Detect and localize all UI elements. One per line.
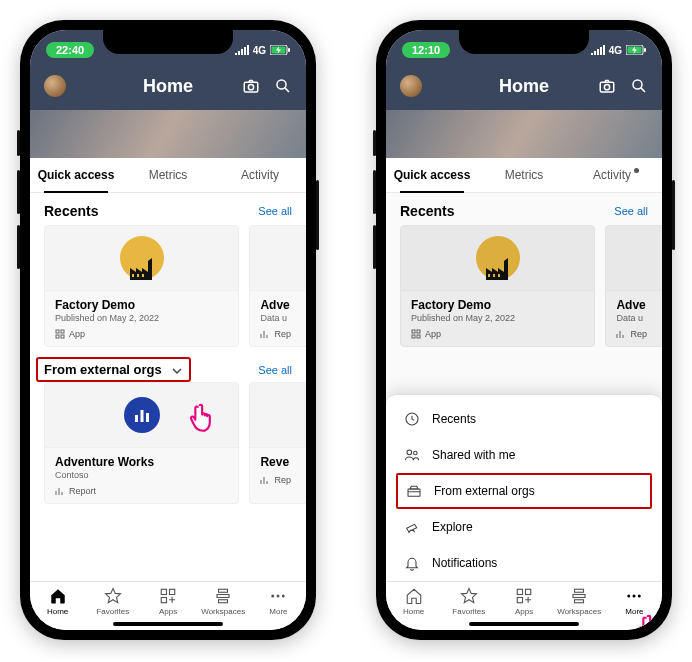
svg-rect-43 — [526, 589, 531, 594]
nav-apps[interactable]: Apps — [140, 587, 195, 616]
star-icon — [104, 587, 122, 605]
svg-rect-7 — [137, 274, 139, 277]
home-indicator — [469, 622, 579, 626]
svg-rect-2 — [288, 48, 290, 52]
bell-icon — [404, 555, 420, 571]
svg-rect-14 — [140, 410, 143, 422]
svg-rect-12 — [61, 335, 64, 338]
svg-point-50 — [638, 595, 641, 598]
nav-apps[interactable]: Apps — [496, 587, 551, 616]
sheet-label: Shared with me — [432, 448, 515, 462]
card-type: Rep — [274, 475, 291, 485]
nav-more[interactable]: More — [607, 587, 662, 616]
report-icon — [55, 486, 65, 496]
camera-icon[interactable] — [598, 77, 616, 95]
sheet-notifications[interactable]: Notifications — [386, 545, 662, 581]
side-button — [17, 130, 20, 156]
nav-workspaces[interactable]: Workspaces — [196, 587, 251, 616]
nav-favorites[interactable]: Favorites — [85, 587, 140, 616]
svg-rect-20 — [217, 595, 229, 598]
svg-rect-47 — [575, 600, 584, 603]
content: Recents See all Factory Demo Published o… — [386, 193, 662, 581]
svg-rect-19 — [219, 589, 228, 592]
svg-point-30 — [633, 80, 642, 89]
external-orgs-icon — [406, 483, 422, 499]
svg-rect-44 — [517, 598, 522, 603]
workspaces-icon — [570, 587, 588, 605]
svg-point-40 — [414, 451, 418, 455]
external-orgs-label: From external orgs — [44, 362, 162, 377]
tab-activity[interactable]: Activity — [570, 158, 662, 192]
sheet-shared[interactable]: Shared with me — [386, 437, 662, 473]
chart-icon — [124, 397, 160, 433]
nav-more[interactable]: More — [251, 587, 306, 616]
app-icon — [55, 329, 65, 339]
sheet-label: Notifications — [432, 556, 497, 570]
nav-workspaces[interactable]: Workspaces — [552, 587, 607, 616]
svg-point-5 — [277, 80, 286, 89]
nav-home[interactable]: Home — [30, 587, 85, 616]
card-title: Adventure Works — [55, 455, 228, 469]
notch — [459, 30, 589, 54]
recents-see-all[interactable]: See all — [258, 205, 292, 217]
from-external-orgs-toggle[interactable]: From external orgs — [36, 357, 191, 382]
sheet-explore[interactable]: Explore — [386, 509, 662, 545]
telescope-icon — [404, 519, 420, 535]
search-icon[interactable] — [274, 77, 292, 95]
svg-point-39 — [407, 450, 412, 455]
sheet-external-orgs[interactable]: From external orgs — [396, 473, 652, 509]
card-type: App — [69, 329, 85, 339]
camera-icon[interactable] — [242, 77, 260, 95]
page-title: Home — [143, 76, 193, 97]
tab-activity[interactable]: Activity — [214, 158, 306, 192]
activity-dot-icon — [634, 168, 639, 173]
clock-icon — [404, 411, 420, 427]
report-icon — [260, 329, 270, 339]
nav-favorites[interactable]: Favorites — [441, 587, 496, 616]
card-type: Report — [69, 486, 96, 496]
phone-right: 12:10 4G Home Quick access Metrics A — [376, 20, 672, 640]
tab-metrics[interactable]: Metrics — [122, 158, 214, 192]
status-time: 12:10 — [402, 42, 450, 58]
side-button — [373, 170, 376, 214]
svg-rect-10 — [61, 330, 64, 333]
svg-point-4 — [248, 85, 253, 90]
recent-card[interactable]: Adve Data u Rep — [249, 225, 306, 347]
nav-home[interactable]: Home — [386, 587, 441, 616]
tab-quick-access[interactable]: Quick access — [30, 158, 122, 192]
tab-metrics[interactable]: Metrics — [478, 158, 570, 192]
battery-icon — [626, 45, 646, 55]
notch — [103, 30, 233, 54]
sheet-recents[interactable]: Recents — [386, 401, 662, 437]
nav-label: Apps — [515, 607, 533, 616]
external-see-all[interactable]: See all — [258, 364, 292, 376]
svg-rect-11 — [56, 335, 59, 338]
more-icon — [269, 587, 287, 605]
chevron-down-icon — [171, 365, 183, 377]
content: Recents See all Factory Demo Published o… — [30, 193, 306, 581]
recent-card[interactable]: Factory Demo Published on May 2, 2022 Ap… — [44, 225, 239, 347]
tab-quick-access[interactable]: Quick access — [386, 158, 478, 192]
svg-rect-8 — [142, 274, 144, 277]
nav-label: Workspaces — [201, 607, 245, 616]
tabs: Quick access Metrics Activity — [30, 158, 306, 193]
nav-label: Apps — [159, 607, 177, 616]
svg-point-29 — [604, 85, 609, 90]
external-card[interactable]: Reve Rep — [249, 382, 306, 504]
svg-rect-21 — [219, 600, 228, 603]
card-title: Factory Demo — [55, 298, 228, 312]
svg-point-48 — [628, 595, 631, 598]
svg-point-22 — [272, 595, 275, 598]
external-card[interactable]: Adventure Works Contoso Report — [44, 382, 239, 504]
svg-rect-16 — [161, 589, 166, 594]
search-icon[interactable] — [630, 77, 648, 95]
tab-label: Activity — [593, 168, 631, 182]
apps-icon — [515, 587, 533, 605]
nav-label: Favorites — [96, 607, 129, 616]
phone-left: 22:40 4G Home Quick access Metrics A — [20, 20, 316, 640]
card-title: Reve — [260, 455, 306, 469]
avatar[interactable] — [400, 75, 422, 97]
svg-rect-3 — [244, 82, 258, 92]
avatar[interactable] — [44, 75, 66, 97]
sheet-label: From external orgs — [434, 484, 535, 498]
